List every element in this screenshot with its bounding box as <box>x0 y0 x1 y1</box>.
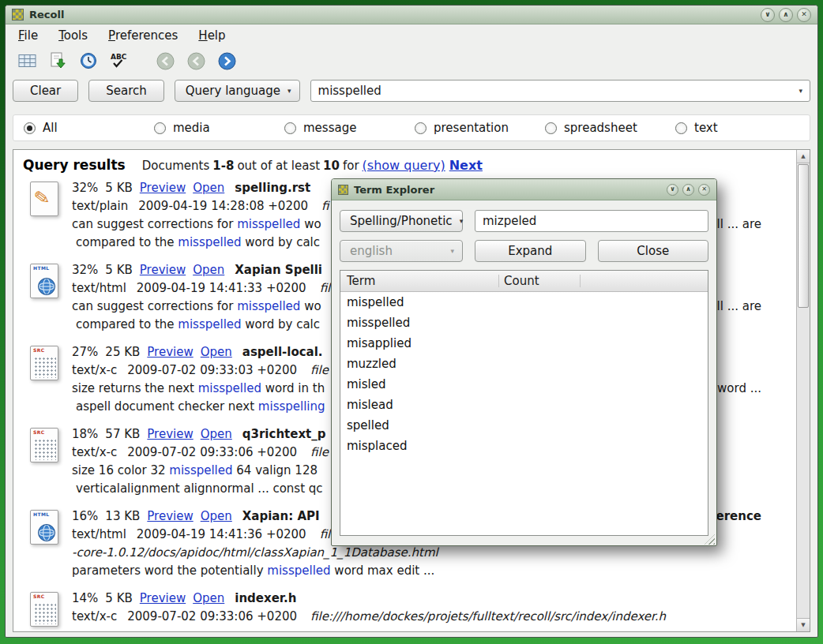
result-title: spelling.rst <box>235 181 310 195</box>
dialog-titlebar[interactable]: Term Explorer ∨ ∧ ✕ <box>332 179 716 200</box>
menu-help[interactable]: Help <box>198 28 225 43</box>
clock-icon <box>80 52 97 69</box>
result-date: 2009-04-19 14:41:33 +0200 <box>137 281 306 295</box>
radio-icon <box>24 122 36 134</box>
term-row[interactable]: mislead <box>340 395 708 415</box>
filter-label: message <box>303 121 356 135</box>
term-column-header[interactable]: Term <box>340 274 498 288</box>
filter-message[interactable]: message <box>284 121 415 135</box>
term-input-value: mizpeled <box>483 214 536 228</box>
result-size: 13 KB <box>105 509 140 523</box>
dialog-maximize-icon[interactable]: ∧ <box>682 184 694 196</box>
menu-tools[interactable]: Tools <box>58 28 88 43</box>
titlebar[interactable]: Recoll ∨ ∧ ✕ <box>6 6 817 24</box>
open-link[interactable]: Open <box>201 509 232 523</box>
open-link[interactable]: Open <box>201 345 232 359</box>
open-link[interactable]: Open <box>193 181 224 195</box>
radio-icon <box>284 122 296 134</box>
open-link[interactable]: Open <box>201 427 232 441</box>
term-explorer-button[interactable]: ABC <box>107 50 131 73</box>
dialog-close-icon[interactable]: ✕ <box>698 184 710 196</box>
history-button[interactable] <box>77 50 100 73</box>
filter-label: presentation <box>434 121 509 135</box>
preview-link[interactable]: Preview <box>140 181 186 195</box>
expand-button[interactable]: Expand <box>475 240 586 262</box>
language-select: english ▾ <box>340 240 463 262</box>
show-query-link[interactable]: (show query) <box>363 158 445 173</box>
preview-link[interactable]: Preview <box>147 427 193 441</box>
term-row[interactable]: mispelled <box>340 292 708 313</box>
term-row[interactable]: misplaced <box>340 436 708 456</box>
highlighted-term: misspelled <box>178 317 241 331</box>
close-button[interactable]: Close <box>598 240 709 262</box>
term-row[interactable]: misspelled <box>340 313 708 333</box>
count-column-header[interactable]: Count <box>498 274 539 288</box>
filter-text[interactable]: text <box>675 121 806 135</box>
clear-button[interactable]: Clear <box>13 80 78 102</box>
query-input[interactable]: misspelled ▾ <box>310 80 810 102</box>
close-icon[interactable]: ✕ <box>797 8 811 22</box>
scroll-up-button[interactable]: ▲ <box>797 150 810 163</box>
term-row[interactable]: muzzled <box>340 354 708 374</box>
term-input[interactable]: mizpeled <box>475 210 708 232</box>
scrollbar-thumb[interactable] <box>798 164 809 308</box>
result-mime: text/x-c <box>72 363 117 377</box>
filter-spreadsheet[interactable]: spreadsheet <box>545 121 675 135</box>
result-abstract: parameters word the potentially misspell… <box>72 562 788 580</box>
highlighted-term: misspelled <box>169 463 232 477</box>
result-size: 5 KB <box>105 591 132 605</box>
open-link[interactable]: Open <box>193 263 224 277</box>
dialog-minimize-icon[interactable]: ∨ <box>667 184 678 196</box>
punchcard-dots-icon <box>34 357 56 378</box>
minimize-icon[interactable]: ∨ <box>761 8 775 22</box>
open-link[interactable]: Open <box>193 591 224 605</box>
preview-link[interactable]: Preview <box>147 345 193 359</box>
punchcard-dots-icon <box>34 439 56 460</box>
preview-link[interactable]: Preview <box>147 509 193 523</box>
highlighted-term: misspelled <box>198 381 261 395</box>
term-row[interactable]: spelled <box>340 415 708 436</box>
filter-label: All <box>43 121 58 135</box>
filter-media[interactable]: media <box>154 121 284 135</box>
column-divider <box>580 275 581 287</box>
menu-file[interactable]: File <box>18 28 38 43</box>
term-row-list: mispelledmisspelledmisappliedmuzzledmisl… <box>340 292 708 456</box>
abstract-right-fragment: ell ... are <box>709 215 761 234</box>
next-page-link[interactable]: Next <box>449 158 483 173</box>
search-controls: Clear Search Query language ▾ misspelled… <box>6 75 817 107</box>
arrow-right-icon <box>218 52 236 70</box>
filter-all[interactable]: All <box>24 121 154 135</box>
search-button[interactable]: Search <box>88 80 164 102</box>
expansion-mode-value: Spelling/Phonetic <box>350 214 453 228</box>
highlighted-term: misspelled <box>237 217 300 231</box>
next-page-button[interactable] <box>215 50 239 73</box>
language-value: english <box>350 244 393 258</box>
chevron-down-icon: ▾ <box>287 87 291 95</box>
preview-link[interactable]: Preview <box>140 263 186 277</box>
text-doc-icon: ✎ <box>30 182 58 216</box>
maximize-icon[interactable]: ∧ <box>779 8 793 22</box>
expansion-mode-select[interactable]: Spelling/Phonetic ▾ <box>340 210 463 232</box>
term-row[interactable]: misapplied <box>340 333 708 354</box>
scroll-down-button[interactable]: ▼ <box>797 618 810 631</box>
menu-preferences[interactable]: Preferences <box>108 28 178 43</box>
term-table-header[interactable]: Term Count <box>340 271 708 292</box>
result-relevance: 27% <box>72 345 98 359</box>
result-date: 2009-04-19 14:28:08 +0200 <box>138 199 308 213</box>
term-row[interactable]: misled <box>340 374 708 395</box>
result-date: 2009-07-02 09:33:06 +0200 <box>127 609 297 623</box>
result-entry: SRC14%5 KBPreviewOpenindexer.htext/x-c20… <box>23 590 788 627</box>
result-url: fil <box>320 527 331 541</box>
result-table-button[interactable] <box>15 50 39 73</box>
save-query-button[interactable] <box>46 50 70 73</box>
filter-presentation[interactable]: presentation <box>415 121 545 135</box>
result-title: indexer.h <box>235 591 296 605</box>
result-url-line: -core-1.0.12/docs/apidoc/html/classXapia… <box>72 544 788 562</box>
table-icon <box>18 53 36 69</box>
results-scrollbar[interactable]: ▲ ▼ <box>796 150 810 631</box>
preview-link[interactable]: Preview <box>140 591 186 605</box>
term-explorer-dialog: Term Explorer ∨ ∧ ✕ Spelling/Phonetic ▾ … <box>331 178 717 546</box>
results-range: 1-8 <box>212 159 234 173</box>
query-language-select[interactable]: Query language ▾ <box>175 80 300 102</box>
result-mime: text/x-c <box>72 609 117 623</box>
